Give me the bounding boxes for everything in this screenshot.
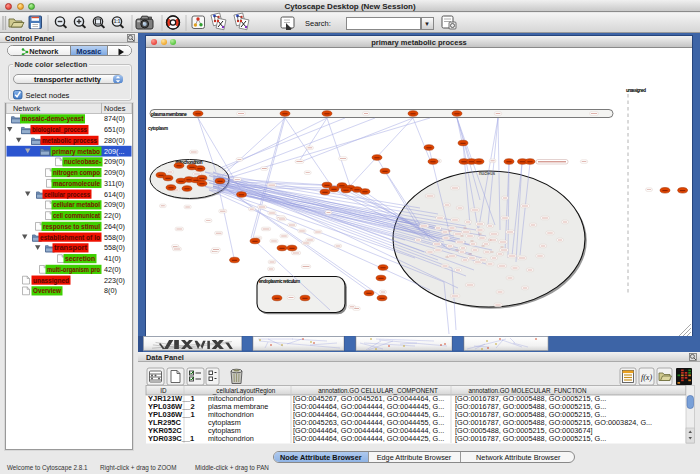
svg-text:cellular metabol: cellular metabol	[53, 201, 100, 208]
svg-text:establishment of lo: establishment of lo	[40, 234, 100, 241]
svg-text:macromolecule: macromolecule	[53, 180, 100, 187]
svg-text:cellular process: cellular process	[44, 191, 90, 199]
svg-text:metabolic process: metabolic process	[42, 137, 97, 145]
svg-text:biological_process: biological_process	[32, 126, 87, 134]
svg-text:1:1: 1:1	[114, 19, 121, 24]
svg-text:874(0): 874(0)	[104, 114, 125, 123]
svg-text:mitochondrion: mitochondrion	[208, 434, 254, 443]
svg-text:614(0): 614(0)	[104, 190, 125, 199]
svg-text:plasma membrane: plasma membrane	[151, 112, 187, 117]
svg-text:Nodes: Nodes	[104, 104, 126, 113]
svg-text:primary metabo: primary metabo	[52, 148, 100, 156]
svg-text:558(0): 558(0)	[104, 233, 125, 242]
svg-text:264(0): 264(0)	[104, 222, 125, 231]
svg-text:8(0): 8(0)	[104, 286, 117, 295]
svg-text:Network: Network	[13, 104, 40, 113]
svg-text:nitrogen compo: nitrogen compo	[53, 169, 100, 177]
svg-text:280(0): 280(0)	[104, 136, 125, 145]
svg-text:311(0): 311(0)	[104, 179, 124, 188]
svg-text:Overview: Overview	[33, 287, 61, 294]
svg-text:651(0): 651(0)	[104, 125, 125, 134]
svg-text:[GO:0044464, GO:0044444, GO:00: [GO:0044464, GO:0044444, GO:0044425, G..…	[293, 434, 444, 443]
svg-text:558(0): 558(0)	[104, 243, 125, 252]
svg-text:cell communicat: cell communicat	[53, 212, 101, 219]
svg-text:unassigned: unassigned	[626, 88, 646, 93]
svg-text:f(x): f(x)	[641, 373, 652, 382]
svg-text:YDR039C__1: YDR039C__1	[148, 434, 194, 443]
svg-text:secretion: secretion	[65, 255, 95, 262]
svg-text:response to stimul: response to stimul	[43, 223, 100, 231]
svg-text:unassigned: unassigned	[33, 277, 69, 285]
svg-text:nucleobase-: nucleobase-	[64, 158, 102, 165]
svg-text:mosaic-demo-yeast: mosaic-demo-yeast	[22, 115, 85, 123]
svg-text:cytoplasm: cytoplasm	[148, 126, 168, 131]
svg-text:209(0): 209(0)	[104, 157, 125, 166]
svg-text:endoplasmic reticulum: endoplasmic reticulum	[259, 279, 300, 284]
svg-text:42(0): 42(0)	[104, 265, 121, 274]
svg-text:multi-organism pro: multi-organism pro	[47, 266, 100, 274]
svg-text:209(0): 209(0)	[104, 200, 125, 209]
svg-text:223(0): 223(0)	[104, 276, 125, 285]
svg-text:ID: ID	[160, 387, 167, 394]
svg-text:[GO:0016787, GO:0005488, GO:00: [GO:0016787, GO:0005488, GO:0005215, G..…	[455, 434, 606, 443]
svg-text:209(...: 209(...	[104, 147, 124, 156]
svg-text:transport: transport	[54, 244, 88, 252]
svg-text:41(0): 41(0)	[104, 254, 121, 263]
svg-text:22(0): 22(0)	[104, 211, 121, 220]
svg-text:209(0): 209(0)	[104, 168, 125, 177]
